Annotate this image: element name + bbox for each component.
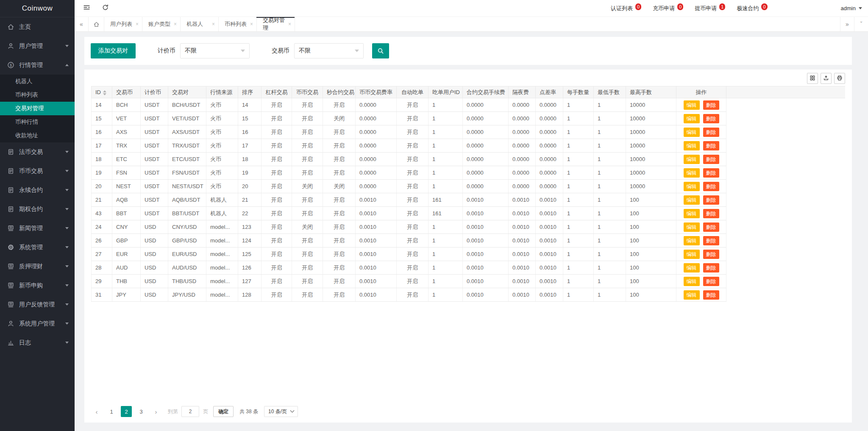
- notice-auth-list[interactable]: 认证列表0: [611, 5, 641, 12]
- edit-button[interactable]: 编辑: [684, 263, 700, 273]
- tab-account-type[interactable]: 账户类型×: [142, 17, 181, 31]
- sidebar-subitem-coin-market[interactable]: 币种行情: [0, 115, 75, 129]
- close-icon[interactable]: ×: [174, 21, 177, 27]
- confirm-page-button[interactable]: 确定: [213, 406, 234, 417]
- edit-button[interactable]: 编辑: [684, 100, 700, 110]
- home-tab[interactable]: [89, 17, 104, 31]
- sidebar-item-system-mgmt[interactable]: 系统管理: [0, 238, 75, 257]
- sidebar-item-logs[interactable]: 日志: [0, 333, 75, 352]
- edit-button[interactable]: 编辑: [684, 155, 700, 164]
- filler-cell: [726, 220, 846, 234]
- print-button[interactable]: [834, 73, 845, 84]
- delete-button[interactable]: 删除: [703, 114, 719, 123]
- sidebar-item-fiat-trade[interactable]: 法币交易: [0, 142, 75, 161]
- close-icon[interactable]: ×: [250, 21, 253, 27]
- delete-button[interactable]: 删除: [703, 209, 719, 218]
- sidebar-subitem-coin-list[interactable]: 币种列表: [0, 88, 75, 102]
- sidebar-item-perpetual-contract[interactable]: 永续合约: [0, 181, 75, 200]
- page-button-1[interactable]: 1: [106, 406, 117, 417]
- search-button[interactable]: [372, 43, 389, 58]
- cell: 20: [92, 180, 112, 193]
- fullscreen-icon[interactable]: [821, 5, 829, 12]
- quote-coin-label: 计价币: [158, 47, 175, 55]
- cell: 0.0010: [536, 193, 563, 207]
- theme-palette-icon[interactable]: [781, 5, 788, 12]
- quote-coin-select[interactable]: 不限: [180, 43, 250, 58]
- delete-button[interactable]: 删除: [703, 236, 719, 245]
- next-page-button[interactable]: ›: [150, 406, 161, 417]
- delete-button[interactable]: 删除: [703, 250, 719, 259]
- edit-button[interactable]: 编辑: [684, 182, 700, 191]
- user-menu[interactable]: admin: [841, 5, 862, 11]
- close-icon[interactable]: ×: [136, 21, 139, 27]
- edit-button[interactable]: 编辑: [684, 209, 700, 218]
- edit-button[interactable]: 编辑: [684, 277, 700, 286]
- cell: 21: [92, 193, 112, 207]
- per-page-select[interactable]: 10 条/页: [264, 406, 298, 417]
- close-icon[interactable]: ×: [212, 21, 215, 27]
- sidebar-item-market-mgmt[interactable]: $行情管理: [0, 56, 75, 75]
- sidebar-item-options-contract[interactable]: 期权合约: [0, 200, 75, 219]
- delete-button[interactable]: 删除: [703, 222, 719, 232]
- close-icon[interactable]: ×: [288, 21, 291, 27]
- username: admin: [841, 5, 856, 11]
- delete-button[interactable]: 删除: [703, 141, 719, 150]
- edit-button[interactable]: 编辑: [684, 236, 700, 245]
- page-button-3[interactable]: 3: [136, 406, 147, 417]
- prev-page-button[interactable]: ‹: [91, 406, 102, 417]
- notice-fast-contract[interactable]: 极速合约0: [737, 5, 767, 12]
- sidebar-item-pledge-finance[interactable]: 质押理财: [0, 257, 75, 276]
- sort-icon[interactable]: [103, 90, 106, 95]
- tab-user-list[interactable]: 用户列表×: [104, 17, 142, 31]
- sidebar-item-feedback-mgmt[interactable]: 用户反馈管理: [0, 295, 75, 314]
- status-cell: 开启: [262, 166, 292, 180]
- delete-button[interactable]: 删除: [703, 100, 719, 110]
- notice-deposit-request[interactable]: 充币申请0: [653, 5, 683, 12]
- sidebar-subitem-payment-address[interactable]: 收款地址: [0, 129, 75, 142]
- sidebar-subitem-pair-mgmt[interactable]: 交易对管理: [0, 102, 75, 115]
- sidebar-item-user-mgmt[interactable]: 用户管理: [0, 36, 75, 56]
- delete-button[interactable]: 删除: [703, 290, 719, 300]
- cell: 1: [428, 275, 463, 288]
- edit-button[interactable]: 编辑: [684, 195, 700, 205]
- tabs-menu-button[interactable]: ˇ: [854, 17, 868, 31]
- sidebar-item-home[interactable]: 主页: [0, 17, 75, 36]
- delete-button[interactable]: 删除: [703, 155, 719, 164]
- sidebar-collapse-button[interactable]: [77, 0, 96, 17]
- chevron-down-icon: [290, 408, 295, 412]
- edit-button[interactable]: 编辑: [684, 168, 700, 178]
- sidebar-item-new-coin-subscribe[interactable]: 新币申购: [0, 276, 75, 295]
- edit-button[interactable]: 编辑: [684, 250, 700, 259]
- export-button[interactable]: [821, 73, 832, 84]
- edit-button[interactable]: 编辑: [684, 114, 700, 123]
- tab-robot[interactable]: 机器人×: [181, 17, 219, 31]
- notice-withdraw-request[interactable]: 提币申请1: [695, 5, 725, 12]
- edit-button[interactable]: 编辑: [684, 141, 700, 150]
- delete-button[interactable]: 删除: [703, 182, 719, 191]
- sidebar-item-coin-trade[interactable]: 币币交易: [0, 161, 75, 181]
- sidebar-item-system-user-mgmt[interactable]: 系统用户管理: [0, 314, 75, 333]
- tabs-scroll-right-button[interactable]: »: [840, 17, 854, 31]
- home-icon: [93, 21, 100, 28]
- edit-button[interactable]: 编辑: [684, 290, 700, 300]
- add-pair-button[interactable]: 添加交易对: [91, 43, 136, 58]
- edit-button[interactable]: 编辑: [684, 128, 700, 137]
- edit-button[interactable]: 编辑: [684, 222, 700, 232]
- sidebar-subitem-robot[interactable]: 机器人: [0, 75, 75, 88]
- trade-coin-select[interactable]: 不限: [294, 43, 364, 58]
- delete-button[interactable]: 删除: [703, 128, 719, 137]
- chevron-down-icon: [65, 246, 69, 248]
- delete-button[interactable]: 删除: [703, 168, 719, 178]
- delete-button[interactable]: 删除: [703, 263, 719, 273]
- tab-coin-list[interactable]: 币种列表×: [219, 17, 257, 31]
- tabs-scroll-left-button[interactable]: «: [75, 17, 89, 31]
- tag-icon[interactable]: [801, 5, 808, 12]
- delete-button[interactable]: 删除: [703, 195, 719, 205]
- sidebar-item-news-mgmt[interactable]: 新闻管理: [0, 219, 75, 238]
- goto-page-input[interactable]: [181, 406, 199, 417]
- tab-pair-mgmt[interactable]: 交易对管理×: [257, 17, 295, 31]
- delete-button[interactable]: 删除: [703, 277, 719, 286]
- filter-columns-button[interactable]: [807, 73, 818, 84]
- page-button-2[interactable]: 2: [121, 406, 132, 417]
- refresh-button[interactable]: [96, 0, 114, 17]
